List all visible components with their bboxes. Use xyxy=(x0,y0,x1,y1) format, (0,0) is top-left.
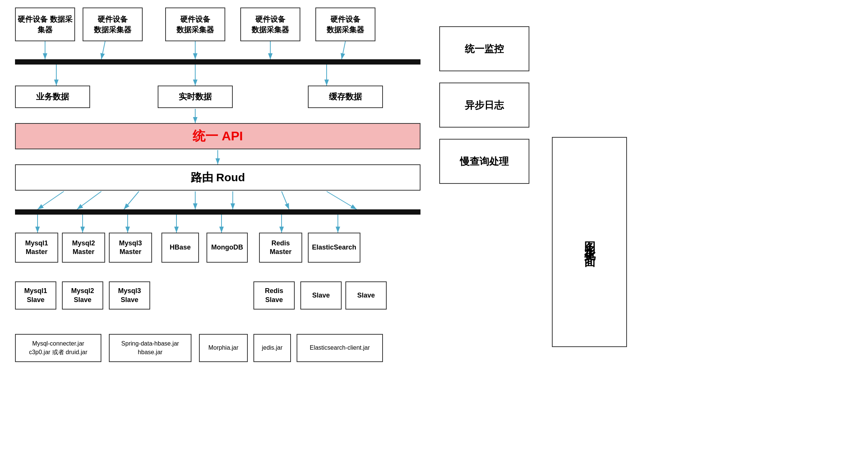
db-slave-1: Slave xyxy=(300,281,342,310)
hw-box-4: 硬件设备数据采集器 xyxy=(240,8,300,41)
db-mysql1-slave: Mysql1Slave xyxy=(15,281,56,310)
svg-line-11 xyxy=(38,191,64,209)
async-log-box: 异步日志 xyxy=(439,83,529,128)
data-box-business: 业务数据 xyxy=(15,86,90,108)
bottom-thick-bar xyxy=(15,209,420,215)
svg-line-16 xyxy=(282,191,289,209)
route-box: 路由 Roud xyxy=(15,164,420,191)
monitoring-box: 统一监控 xyxy=(439,26,529,71)
hw-box-1: 硬件设备 数据采集器 xyxy=(15,8,75,41)
db-mysql2-slave: Mysql2Slave xyxy=(62,281,103,310)
gui-box: 图形化界面 xyxy=(552,137,627,347)
svg-line-12 xyxy=(77,191,101,209)
jar-jedis: jedis.jar xyxy=(253,334,291,362)
db-slave-2: Slave xyxy=(345,281,387,310)
svg-line-13 xyxy=(124,191,139,209)
data-box-realtime: 实时数据 xyxy=(158,86,233,108)
hw-box-5: 硬件设备数据采集器 xyxy=(315,8,375,41)
db-redis-master: RedisMaster xyxy=(259,233,302,263)
db-redis-slave: RedisSlave xyxy=(253,281,295,310)
db-hbase: HBase xyxy=(161,233,199,263)
db-mysql2-master: Mysql2Master xyxy=(62,233,105,263)
gui-container: 图形化界面 xyxy=(552,4,627,465)
db-mysql3-master: Mysql3Master xyxy=(109,233,152,263)
jar-hbase: Spring-data-hbase.jarhbase.jar xyxy=(109,334,191,362)
hw-box-2: 硬件设备数据采集器 xyxy=(83,8,143,41)
monitoring-column: 统一监控 异步日志 慢查询处理 xyxy=(439,19,529,465)
main-diagram: 硬件设备 数据采集器 硬件设备数据采集器 硬件设备数据采集器 硬件设备数据采集器… xyxy=(8,4,432,465)
jar-elasticsearch: Elasticsearch-client.jar xyxy=(297,334,383,362)
api-bar: 统一 API xyxy=(15,123,420,149)
db-elasticsearch: ElasticSearch xyxy=(308,233,360,263)
db-mysql1-master: Mysql1Master xyxy=(15,233,58,263)
right-panel: 统一监控 异步日志 慢查询处理 图形化界面 xyxy=(439,4,777,465)
svg-line-17 xyxy=(327,191,357,209)
db-mongodb: MongoDB xyxy=(206,233,248,263)
hw-box-3: 硬件设备数据采集器 xyxy=(165,8,225,41)
db-mysql3-slave: Mysql3Slave xyxy=(109,281,150,310)
jar-mysql: Mysql-connecter.jarc3p0.jar 或者 druid.jar xyxy=(15,334,101,362)
svg-line-5 xyxy=(342,41,345,59)
top-thick-bar xyxy=(15,59,420,65)
data-box-cache: 缓存数据 xyxy=(308,86,383,108)
jar-morphia: Morphia.jar xyxy=(199,334,248,362)
svg-line-2 xyxy=(101,41,105,59)
slow-query-box: 慢查询处理 xyxy=(439,139,529,184)
